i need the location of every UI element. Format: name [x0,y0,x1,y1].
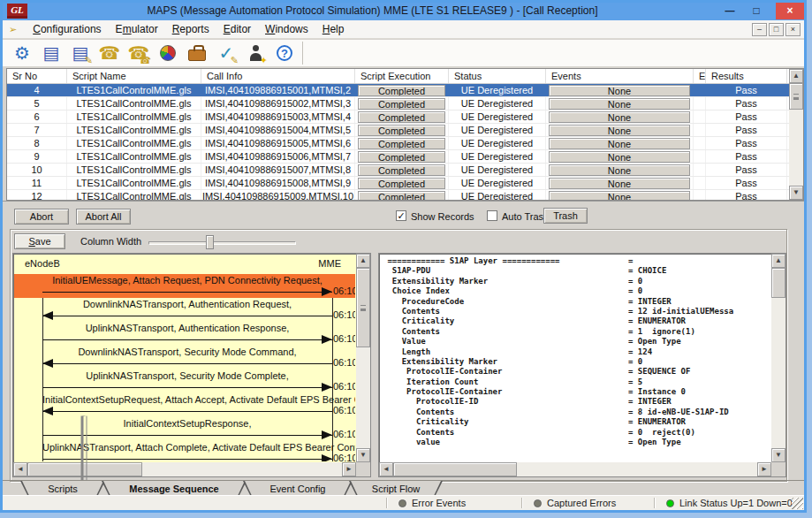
menu-configurations[interactable]: Configurations [26,21,108,37]
events-button[interactable]: None [549,151,690,163]
mdi-close-button[interactable]: × [785,23,801,36]
script-execution-button[interactable]: Completed [358,85,445,96]
cell-script-execution[interactable]: Completed [355,137,449,149]
call-generation-phone-icon[interactable]: ☎ [97,42,122,65]
table-row[interactable]: 9 LTES1CallControlMME.gls IMSI,404109886… [7,150,803,164]
statistics-pie-icon[interactable] [156,42,180,65]
testbed-setup-icon[interactable]: ▤ [39,42,64,65]
cell-events[interactable]: None [546,97,694,110]
script-execution-button[interactable]: Completed [358,151,445,163]
table-vertical-scrollbar[interactable]: ▲ ▼ [789,69,803,200]
abort-button[interactable]: Abort [14,209,69,225]
abort-all-button[interactable]: Abort All [76,209,131,225]
cell-script-execution[interactable]: Completed [355,97,449,110]
close-button[interactable]: × [776,3,804,19]
events-button[interactable]: None [549,85,690,96]
table-row[interactable]: 4 LTES1CallControlMME.gls IMSI,404109886… [7,84,803,97]
resize-grip[interactable] [792,498,803,509]
cell-script-execution[interactable]: Completed [355,190,449,201]
cell-script-execution[interactable]: Completed [355,177,449,189]
cell-events[interactable]: None [546,177,694,189]
menu-reports[interactable]: Reports [165,21,216,37]
sequence-message-row[interactable]: InitialContextSetupRequest, Attach Accep… [14,393,355,417]
sequence-message-row[interactable]: InitialContextSetupResponse, 06:10:1 [14,417,355,441]
s1ap-decode-text[interactable]: ============ S1AP Layer ============ = S… [383,256,769,461]
title-bar[interactable]: GL MAPS (Message Automation Protocol Sim… [3,3,804,20]
user-event-wand-icon[interactable]: ✦ [243,42,268,65]
cell-events[interactable]: None [546,190,694,201]
cell-script-execution[interactable]: Completed [355,110,449,123]
script-execution-button[interactable]: Completed [358,111,445,123]
mdi-minimize-button[interactable]: – [752,23,767,36]
decode-vertical-scrollbar[interactable]: ▲ ▼ [771,254,785,462]
sequence-message-row[interactable]: DownlinkNASTransport, Security Mode Comm… [14,346,355,369]
column-header-status[interactable]: Status [449,69,546,83]
script-execution-button[interactable]: Completed [358,138,445,149]
events-button[interactable]: None [549,138,690,149]
cell-events[interactable]: None [546,137,694,149]
sequence-message-row[interactable]: DownlinkNASTransport, Authentication Req… [14,298,355,322]
settings-gear-icon[interactable]: ⚙ [10,42,34,65]
profile-briefcase-icon[interactable] [185,42,209,65]
events-button[interactable]: None [549,111,690,123]
mdi-restore-button[interactable]: □ [769,23,784,36]
events-button[interactable]: None [549,98,690,110]
show-records-checkbox[interactable]: ✓ [396,210,406,221]
sequence-message-row[interactable]: InitialUEMessage, Attach Request, PDN Co… [14,274,355,298]
table-row[interactable]: 12 LTES1CallControlMME.gls IMSI,40410988… [7,190,803,201]
column-width-slider-thumb[interactable] [206,235,214,249]
column-header-events[interactable]: Events [546,69,694,83]
cell-events[interactable]: None [546,150,694,163]
table-row[interactable]: 8 LTES1CallControlMME.gls IMSI,404109886… [7,137,803,150]
cell-events[interactable]: None [546,110,694,123]
call-reception-phone-icon[interactable]: ☎☎ [126,42,151,65]
menu-editor[interactable]: Editor [216,21,258,37]
script-execution-button[interactable]: Completed [358,125,445,136]
cell-script-execution[interactable]: Completed [355,164,449,176]
cell-events[interactable]: None [546,124,694,136]
script-execution-button[interactable]: Completed [358,191,445,202]
table-row[interactable]: 11 LTES1CallControlMME.gls IMSI,40410988… [7,177,803,190]
maximize-button[interactable]: □ [746,3,767,19]
menu-windows[interactable]: Windows [258,21,315,37]
menu-emulator[interactable]: Emulator [109,21,165,37]
sequence-message-row[interactable]: UplinkNASTransport, Security Mode Comple… [14,369,355,393]
column-header-results[interactable]: Results [706,69,787,83]
events-button[interactable]: None [549,178,690,189]
events-button[interactable]: None [549,125,690,136]
app-menu-icon[interactable]: ➢ [9,24,17,35]
column-header-script-execution[interactable]: Script Execution [355,69,449,83]
table-row[interactable]: 10 LTES1CallControlMME.gls IMSI,40410988… [7,164,803,177]
events-button[interactable]: None [549,164,690,176]
help-icon[interactable]: ? [272,42,297,65]
cell-script-execution[interactable]: Completed [355,84,449,96]
column-width-slider-track[interactable] [148,241,296,245]
auto-trash-checkbox[interactable] [487,210,497,221]
sequence-vertical-scrollbar[interactable]: ▲ ▼ [356,254,370,462]
script-execution-button[interactable]: Completed [358,164,445,176]
cell-script-execution[interactable]: Completed [355,150,449,163]
script-execution-button[interactable]: Completed [358,178,445,189]
table-row[interactable]: 6 LTES1CallControlMME.gls IMSI,404109886… [7,110,803,124]
column-header-e-[interactable]: E... [694,69,706,83]
script-execution-button[interactable]: Completed [358,98,445,110]
save-button[interactable]: Save [14,233,65,249]
cell-events[interactable]: None [546,84,694,96]
table-row[interactable]: 5 LTES1CallControlMME.gls IMSI,404109886… [7,97,803,110]
column-header-call-info[interactable]: Call Info [201,69,355,83]
horizontal-splitter[interactable] [3,201,804,207]
event-editor-check-icon[interactable]: ✓✎ [214,42,239,65]
sequence-horizontal-scrollbar[interactable]: ◄ ► [13,462,356,476]
column-header-script-name[interactable]: Script Name [67,69,201,83]
column-header-sr-no[interactable]: Sr No [7,69,67,83]
events-button[interactable]: None [549,191,690,202]
trash-button[interactable]: Trash [543,208,588,224]
cell-events[interactable]: None [546,164,694,176]
script-editor-icon[interactable]: ▤✎ [68,42,93,65]
menu-help[interactable]: Help [315,21,352,37]
sequence-message-row[interactable]: UplinkNASTransport, Attach Complete, Act… [14,441,355,461]
minimize-button[interactable]: — [719,3,740,19]
table-row[interactable]: 7 LTES1CallControlMME.gls IMSI,404109886… [7,124,803,137]
decode-horizontal-scrollbar[interactable]: ◄ ► [379,462,771,476]
sequence-message-row[interactable]: UplinkNASTransport, Authentication Respo… [14,322,355,346]
